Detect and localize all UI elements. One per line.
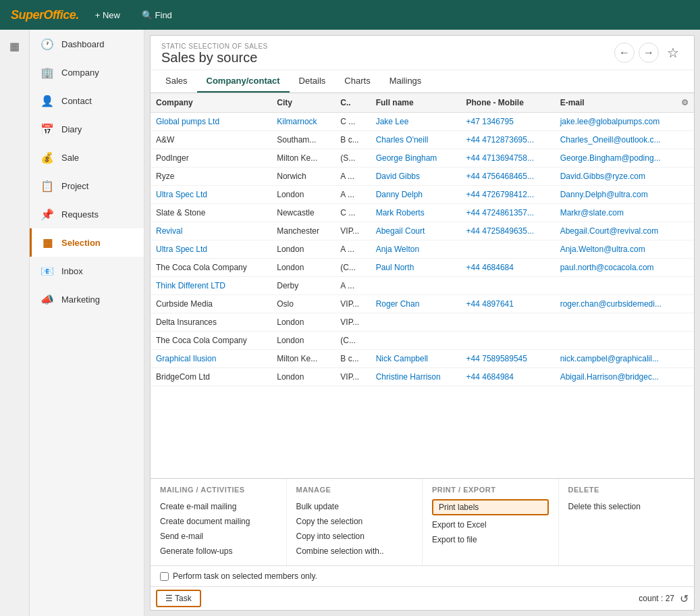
perform-task-checkbox[interactable] <box>160 572 169 581</box>
cell-fullname[interactable]: Anja Welton <box>371 240 461 259</box>
task-delete-selection[interactable]: Delete this selection <box>568 499 685 514</box>
city-link[interactable]: Kilmarnock <box>277 117 317 126</box>
task-copy-selection[interactable]: Copy the selection <box>296 514 413 529</box>
sidebar-item-project[interactable]: 📋 Project <box>30 172 144 200</box>
sidebar-item-sale[interactable]: 💰 Sale <box>30 143 144 172</box>
tab-company-contact[interactable]: Company/contact <box>197 70 290 93</box>
fullname-link[interactable]: David Gibbs <box>376 172 420 181</box>
cell-fullname[interactable]: Danny Delph <box>371 186 461 204</box>
task-send-email[interactable]: Send e-mail <box>160 529 277 544</box>
fullname-link[interactable]: Roger Chan <box>376 299 420 309</box>
cell-city[interactable]: London <box>271 368 335 386</box>
col-phone[interactable]: Phone - Mobile <box>461 93 555 113</box>
cell-company[interactable]: Global pumps Ltd <box>151 113 271 131</box>
cell-city[interactable]: Manchester <box>271 222 335 240</box>
cell-company[interactable]: Revival <box>151 222 271 240</box>
cell-city[interactable]: Norwich <box>271 168 335 186</box>
cell-fullname[interactable] <box>371 313 461 332</box>
cell-city[interactable]: London <box>271 332 335 350</box>
tab-charts[interactable]: Charts <box>335 70 379 93</box>
panel-toggle-icon[interactable]: ▦ <box>4 35 26 57</box>
fullname-link[interactable]: Anja Welton <box>376 245 419 254</box>
cell-city[interactable]: London <box>271 259 335 277</box>
cell-fullname[interactable]: Christine Harrison <box>371 368 461 386</box>
sidebar-item-selection[interactable]: ▦ Selection <box>30 228 144 257</box>
fullname-link[interactable]: Christine Harrison <box>376 372 441 382</box>
cell-city[interactable]: London <box>271 186 335 204</box>
col-cat[interactable]: C.. <box>335 93 370 113</box>
cell-city[interactable]: Derby <box>271 277 335 295</box>
cell-company[interactable]: Curbside Media <box>151 295 271 313</box>
company-link[interactable]: Think Different LTD <box>156 281 225 290</box>
perform-task-checkbox-label[interactable]: Perform task on selected members only. <box>160 571 317 581</box>
col-company[interactable]: Company <box>151 93 271 113</box>
cell-company[interactable]: BridgeCom Ltd <box>151 368 271 386</box>
company-link[interactable]: Graphical Ilusion <box>156 354 216 363</box>
cell-company[interactable]: The Coca Cola Company <box>151 259 271 277</box>
fullname-link[interactable]: Charles O'neill <box>376 135 429 145</box>
cell-fullname[interactable] <box>371 332 461 350</box>
cell-fullname[interactable]: Nick Campbell <box>371 350 461 368</box>
task-export-file[interactable]: Export to file <box>432 532 549 547</box>
fullname-link[interactable]: Mark Roberts <box>376 208 425 217</box>
col-email[interactable]: E-mail <box>555 93 676 113</box>
cell-city[interactable]: Oslo <box>271 295 335 313</box>
fullname-link[interactable]: George Bingham <box>376 153 437 163</box>
star-button[interactable]: ☆ <box>663 43 683 63</box>
task-copy-into-selection[interactable]: Copy into selection <box>296 529 413 544</box>
task-create-doc-mailing[interactable]: Create document mailing <box>160 514 277 529</box>
cell-fullname[interactable]: Mark Roberts <box>371 204 461 222</box>
tab-details[interactable]: Details <box>290 70 335 93</box>
cell-fullname[interactable]: David Gibbs <box>371 168 461 186</box>
sidebar-item-dashboard[interactable]: 🕐 Dashboard <box>30 30 144 58</box>
cell-company[interactable]: Graphical Ilusion <box>151 350 271 368</box>
task-button[interactable]: ☰ Task <box>156 590 201 607</box>
table-container[interactable]: Company City C.. Full name Phone - Mobil… <box>151 93 694 478</box>
cell-fullname[interactable]: Paul North <box>371 259 461 277</box>
cell-fullname[interactable]: Roger Chan <box>371 295 461 313</box>
task-export-excel[interactable]: Export to Excel <box>432 517 549 532</box>
cell-company[interactable]: Ryze <box>151 168 271 186</box>
fullname-link[interactable]: Nick Campbell <box>376 354 428 363</box>
cell-company[interactable]: Ultra Spec Ltd <box>151 240 271 259</box>
fullname-link[interactable]: Danny Delph <box>376 190 423 199</box>
task-generate-followups[interactable]: Generate follow-ups <box>160 544 277 559</box>
task-bulk-update[interactable]: Bulk update <box>296 499 413 514</box>
cell-city[interactable]: Newcastle <box>271 204 335 222</box>
task-print-labels[interactable]: Print labels <box>432 499 549 515</box>
cell-company[interactable]: PodInger <box>151 149 271 168</box>
cell-city[interactable]: Milton Ke... <box>271 350 335 368</box>
sidebar-item-diary[interactable]: 📅 Diary <box>30 115 144 143</box>
cell-company[interactable]: Slate & Stone <box>151 204 271 222</box>
fullname-link[interactable]: Abegail Court <box>376 226 425 236</box>
task-create-email-mailing[interactable]: Create e-mail mailing <box>160 499 277 514</box>
cell-company[interactable]: Delta Insurances <box>151 313 271 332</box>
cell-city[interactable]: London <box>271 240 335 259</box>
company-link[interactable]: Ultra Spec Ltd <box>156 190 207 199</box>
col-fullname[interactable]: Full name <box>371 93 461 113</box>
cell-fullname[interactable]: Charles O'neill <box>371 131 461 149</box>
cell-company[interactable]: Ultra Spec Ltd <box>151 186 271 204</box>
cell-company[interactable]: A&W <box>151 131 271 149</box>
cell-city[interactable]: Kilmarnock <box>271 113 335 131</box>
task-combine-selection[interactable]: Combine selection with.. <box>296 544 413 559</box>
cell-company[interactable]: The Coca Cola Company <box>151 332 271 350</box>
cell-fullname[interactable]: George Bingham <box>371 149 461 168</box>
fullname-link[interactable]: Jake Lee <box>376 117 409 126</box>
cell-city[interactable]: London <box>271 313 335 332</box>
refresh-button[interactable]: ↺ <box>680 592 689 605</box>
cell-city[interactable]: Southam... <box>271 131 335 149</box>
cell-fullname[interactable] <box>371 277 461 295</box>
company-link[interactable]: Ultra Spec Ltd <box>156 245 207 254</box>
find-button[interactable]: 🔍 Find <box>136 7 178 23</box>
sidebar-item-company[interactable]: 🏢 Company <box>30 58 144 86</box>
sidebar-item-marketing[interactable]: 📣 Marketing <box>30 285 144 313</box>
cell-company[interactable]: Think Different LTD <box>151 277 271 295</box>
col-city[interactable]: City <box>271 93 335 113</box>
new-button[interactable]: + New <box>90 7 126 23</box>
cell-fullname[interactable]: Jake Lee <box>371 113 461 131</box>
forward-button[interactable]: → <box>639 43 659 63</box>
back-button[interactable]: ← <box>614 43 635 63</box>
cell-fullname[interactable]: Abegail Court <box>371 222 461 240</box>
company-link[interactable]: Revival <box>156 226 182 236</box>
